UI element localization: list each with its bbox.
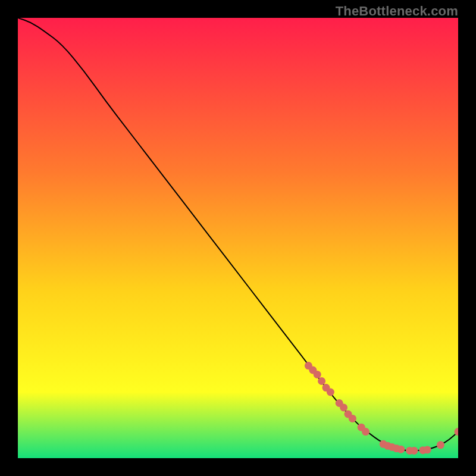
gradient-background — [18, 18, 458, 458]
chart-stage: TheBottleneck.com — [0, 0, 476, 476]
sample-marker — [437, 441, 444, 449]
sample-marker — [318, 377, 325, 385]
sample-marker — [362, 428, 369, 436]
sample-marker — [314, 371, 321, 378]
bottleneck-chart — [18, 18, 458, 458]
sample-marker — [411, 447, 418, 455]
sample-marker — [349, 415, 356, 422]
sample-marker — [340, 403, 347, 411]
sample-marker — [424, 446, 431, 453]
sample-marker — [327, 389, 334, 396]
sample-marker — [397, 446, 405, 453]
watermark-text: TheBottleneck.com — [336, 4, 458, 19]
